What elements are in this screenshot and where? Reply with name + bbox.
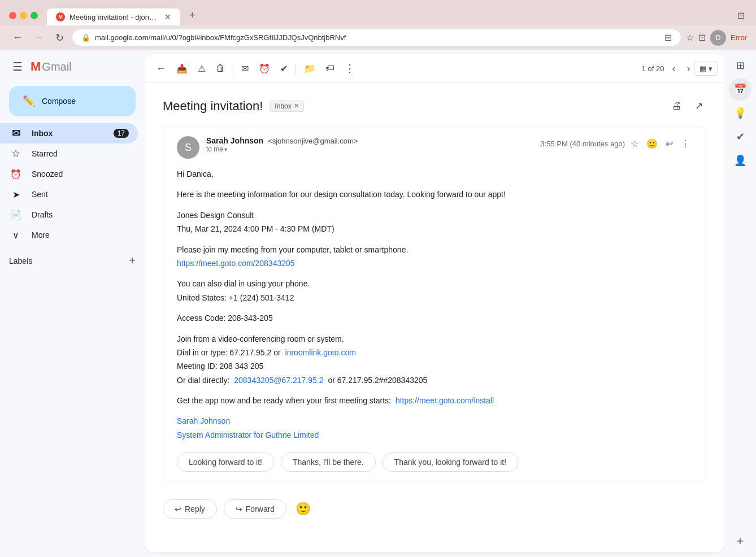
more-options-button[interactable]: ⋮ xyxy=(340,59,359,78)
us-number: United States: +1 (224) 501-3412 xyxy=(177,291,692,304)
sidebar-item-starred[interactable]: ☆ Starred xyxy=(0,143,138,164)
delete-button[interactable]: 🗑 xyxy=(211,60,229,77)
tasks-icon[interactable]: ✔ xyxy=(729,125,751,148)
print-button[interactable]: 🖨 xyxy=(668,97,685,115)
sidebar-item-drafts[interactable]: 📄 Drafts xyxy=(0,204,138,225)
label-button[interactable]: 🏷 xyxy=(321,60,339,77)
nav-forward-button[interactable]: → xyxy=(31,29,47,46)
quick-reply-btn-1[interactable]: Looking forward to it! xyxy=(177,452,274,472)
lock-icon: 🔒 xyxy=(81,33,90,42)
reply-button-bottom[interactable]: ↩ Reply xyxy=(163,499,217,519)
tab-favicon: M xyxy=(56,12,65,21)
compose-pencil-icon: ✏️ xyxy=(23,95,35,107)
to-me[interactable]: to me ▾ xyxy=(206,145,533,153)
forward-icon: ↪ xyxy=(236,504,242,514)
calendar-icon[interactable]: 📅 xyxy=(729,78,751,101)
add-plugin-button[interactable]: + xyxy=(729,530,751,552)
email-time: 3:55 PM (40 minutes ago) xyxy=(540,140,625,148)
dial-link1[interactable]: 208343205@67.217.95.2 xyxy=(234,376,323,385)
emoji-reaction-button[interactable]: 🙂 xyxy=(644,136,660,151)
sidebar-nav: ✉ Inbox 17 ☆ Starred ⏰ Snoozed ➤ Sent 📄 xyxy=(0,123,145,245)
archive-button[interactable]: 📥 xyxy=(172,60,192,77)
reply-button-header[interactable]: ↩ xyxy=(663,136,675,151)
sidebar-item-sent[interactable]: ➤ Sent xyxy=(0,184,138,204)
email-message: S Sarah Johnson <sjohnsonjive@gmail.com>… xyxy=(163,127,706,481)
task-button[interactable]: ✔ xyxy=(276,60,292,77)
video-conf-text: Join from a video-conferencing room or s… xyxy=(177,333,692,345)
window-max-btn[interactable] xyxy=(31,12,38,19)
more-actions-button[interactable]: ⋮ xyxy=(679,136,692,151)
open-in-new-window-button[interactable]: ↗ xyxy=(692,97,706,115)
quick-reply-buttons: Looking forward to it! Thanks, I'll be t… xyxy=(177,452,692,472)
inbox-tag-close-icon[interactable]: ✕ xyxy=(294,102,299,110)
reply-label: Reply xyxy=(185,504,205,514)
bookmark-icon[interactable]: ☆ xyxy=(686,32,694,43)
inbox-icon: ✉ xyxy=(9,127,23,140)
nav-back-button[interactable]: ← xyxy=(9,29,26,46)
back-button[interactable]: ← xyxy=(151,59,171,78)
inbox-badge: 17 xyxy=(114,129,129,138)
dialin-text: You can also dial in using your phone. xyxy=(177,277,692,290)
snoozed-icon: ⏰ xyxy=(9,169,23,180)
drafts-icon: 📄 xyxy=(9,210,23,220)
join-link[interactable]: https://meet.goto.com/208343205 xyxy=(177,259,295,268)
move-to-button[interactable]: 📁 xyxy=(299,60,320,77)
profile-icon[interactable]: D xyxy=(710,30,726,46)
address-bar[interactable]: 🔒 mail.google.com/mail/u/0/?ogbl#inbox/F… xyxy=(72,29,681,46)
star-email-button[interactable]: ☆ xyxy=(628,136,641,151)
keep-icon[interactable]: 💡 xyxy=(729,102,751,124)
pagination: 1 of 20 ‹ › xyxy=(642,62,694,76)
sidebar-item-inbox[interactable]: ✉ Inbox 17 xyxy=(0,123,138,143)
sidebar-item-snoozed[interactable]: ⏰ Snoozed xyxy=(0,164,138,184)
window-close-btn[interactable] xyxy=(9,12,16,19)
quick-reply-btn-2[interactable]: Thanks, I'll be there. xyxy=(281,452,376,472)
reader-mode-icon[interactable]: ⊡ xyxy=(698,32,706,43)
meeting-id: Meeting ID: 208 343 205 xyxy=(177,360,692,372)
gmail-logo: M Gmail xyxy=(31,59,72,74)
tune-icon[interactable]: ⊟ xyxy=(664,32,672,43)
contacts-icon[interactable]: 👤 xyxy=(729,149,751,172)
snoozed-label: Snoozed xyxy=(32,169,129,179)
google-apps-icon[interactable]: ⊞ xyxy=(729,54,751,77)
compose-button[interactable]: ✏️ Compose xyxy=(9,86,136,116)
tab-close-icon[interactable]: ✕ xyxy=(164,12,171,21)
snooze-button[interactable]: ⏰ xyxy=(254,60,275,77)
quick-reply-btn-3[interactable]: Thank you, looking forward to it! xyxy=(383,452,518,472)
add-label-button[interactable]: + xyxy=(129,254,136,267)
inbox-tag[interactable]: Inbox ✕ xyxy=(270,101,303,112)
forward-button-bottom[interactable]: ↪ Forward xyxy=(224,499,286,519)
email-view-panel: ← 📥 ⚠ 🗑 ✉ ⏰ ✔ 📁 🏷 ⋮ 1 of 20 ‹ › ▦ ▾ xyxy=(145,54,724,552)
email-content: Meeting invitation! Inbox ✕ 🖨 ↗ S xyxy=(145,83,724,552)
error-label: Error xyxy=(731,33,747,42)
dial-type-text: Dial in or type: 67.217.95.2 or xyxy=(177,348,281,357)
next-email-button[interactable]: › xyxy=(683,62,693,76)
new-tab-button[interactable]: + xyxy=(183,6,202,25)
hamburger-menu-button[interactable]: ☰ xyxy=(9,56,26,77)
sidebar-toggle-browser[interactable]: ⊡ xyxy=(735,8,747,23)
chevron-down-icon: ▾ xyxy=(224,146,227,153)
email-signature: Sarah Johnson System Administrator for G… xyxy=(177,415,692,441)
starred-icon: ☆ xyxy=(9,147,23,160)
pagination-text: 1 of 20 xyxy=(642,64,664,73)
window-min-btn[interactable] xyxy=(20,12,27,19)
event-name: Jones Design Consult xyxy=(177,209,692,221)
prev-email-button[interactable]: ‹ xyxy=(668,62,679,76)
email-toolbar: ← 📥 ⚠ 🗑 ✉ ⏰ ✔ 📁 🏷 ⋮ 1 of 20 ‹ › ▦ ▾ xyxy=(145,54,724,83)
browser-tab-active[interactable]: M Meeting invitation! - djones.g... ✕ xyxy=(47,8,180,25)
sidebar-item-more[interactable]: ∨ More xyxy=(0,225,138,245)
mark-unread-button[interactable]: ✉ xyxy=(237,60,253,77)
nav-refresh-button[interactable]: ↻ xyxy=(52,29,67,46)
sig-title: System Administrator for Guthrie Limited xyxy=(177,429,692,441)
view-toggle-button[interactable]: ▦ ▾ xyxy=(694,62,718,76)
event-time: Thu, Mar 21, 2024 4:00 PM - 4:30 PM (MDT… xyxy=(177,223,692,235)
inbox-label: Inbox xyxy=(32,129,105,138)
email-meta-right: 3:55 PM (40 minutes ago) ☆ 🙂 ↩ ⋮ xyxy=(540,136,692,151)
address-url: mail.google.com/mail/u/0/?ogbl#inbox/FMf… xyxy=(95,33,660,42)
add-emoji-button[interactable]: 🙂 xyxy=(293,499,313,519)
spam-button[interactable]: ⚠ xyxy=(193,60,210,77)
join-text: Please join my meeting from your compute… xyxy=(177,243,692,256)
inbox-tag-label: Inbox xyxy=(275,102,291,110)
more-icon: ∨ xyxy=(9,230,23,241)
inroom-link[interactable]: inroomlink.goto.com xyxy=(285,348,356,357)
install-link[interactable]: https://meet.goto.com/install xyxy=(396,396,494,405)
